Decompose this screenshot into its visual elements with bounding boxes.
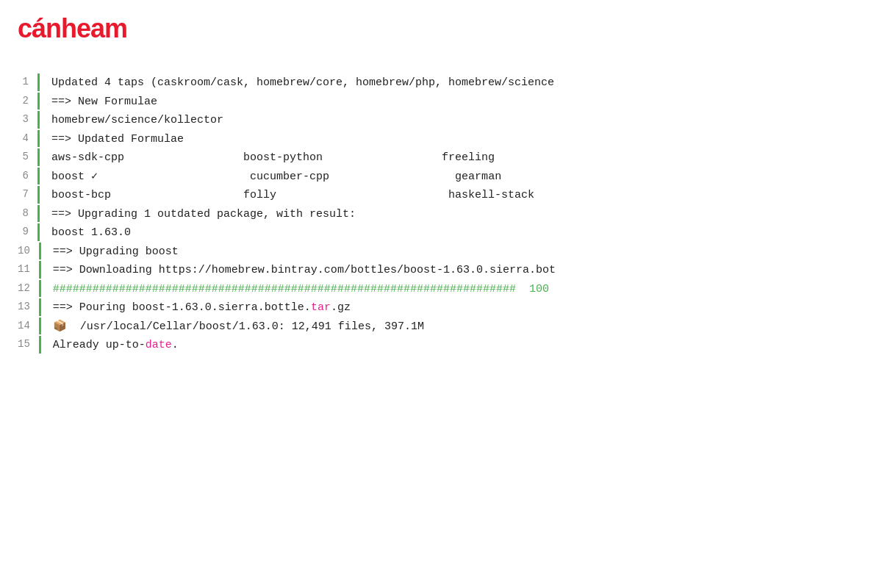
code-line-6: 6 boost ✓ cucumber-cpp gearman [18,168,864,187]
code-line-5: 5 aws-sdk-cpp boost-python freeling [18,148,864,168]
code-line-4: 4 ==> Updated Formulae [18,130,864,149]
code-line-10: 10 ==> Upgrading boost [18,243,864,262]
line-number-4: 4 [18,130,40,148]
line-content-13: ==> Pouring boost-1.63.0.sierra.bottle.t… [53,298,351,318]
line-content-9: boost 1.63.0 [51,223,131,243]
code-line-1: 1 Updated 4 taps (caskroom/cask, homebre… [18,74,864,93]
line-number-11: 11 [18,261,41,279]
code-line-13: 13 ==> Pouring boost-1.63.0.sierra.bottl… [18,298,864,318]
code-line-9: 9 boost 1.63.0 [18,223,864,243]
code-line-14: 14 📦 /usr/local/Cellar/boost/1.63.0: 12,… [18,318,864,337]
brand-logo: cánheam [18,13,864,44]
logo-text: cánheam [18,13,127,43]
line-number-7: 7 [18,186,40,204]
line-content-15: Already up-to-date. [53,336,179,355]
code-line-11: 11 ==> Downloading https://homebrew.bint… [18,261,864,280]
line-content-2: ==> New Formulae [51,93,157,112]
code-line-8: 8 ==> Upgrading 1 outdated package, with… [18,205,864,224]
line-content-5: aws-sdk-cpp boost-python freeling [51,148,495,168]
line-number-15: 15 [18,336,41,354]
line-content-8: ==> Upgrading 1 outdated package, with r… [51,205,356,224]
line-number-9: 9 [18,223,40,241]
line-number-8: 8 [18,205,40,223]
line-content-11: ==> Downloading https://homebrew.bintray… [53,261,556,280]
line-number-12: 12 [18,280,41,298]
line-content-7: boost-bcp folly haskell-stack [51,186,534,205]
line-content-4: ==> Updated Formulae [51,130,184,149]
terminal-output: 1 Updated 4 taps (caskroom/cask, homebre… [18,74,864,355]
code-line-2: 2 ==> New Formulae [18,93,864,112]
logo-area: cánheam [0,0,882,51]
code-line-3: 3 homebrew/science/kollector [18,111,864,130]
code-line-7: 7 boost-bcp folly haskell-stack [18,186,864,205]
code-line-12: 12 #####################################… [18,280,864,299]
line-number-13: 13 [18,298,41,316]
line-number-6: 6 [18,168,40,185]
code-block: 1 Updated 4 taps (caskroom/cask, homebre… [18,74,864,355]
line-number-3: 3 [18,111,40,129]
line-content-12: ########################################… [53,280,549,299]
line-content-14: 📦 /usr/local/Cellar/boost/1.63.0: 12,491… [53,318,424,337]
line-content-6: boost ✓ cucumber-cpp gearman [51,168,501,187]
line-number-1: 1 [18,74,40,91]
code-line-15: 15 Already up-to-date. [18,336,864,355]
line-number-10: 10 [18,243,41,260]
line-content-10: ==> Upgrading boost [53,243,179,262]
line-number-5: 5 [18,148,40,166]
line-number-14: 14 [18,318,41,335]
line-content-3: homebrew/science/kollector [51,111,223,130]
line-number-2: 2 [18,93,40,110]
line-content-1: Updated 4 taps (caskroom/cask, homebrew/… [51,74,554,93]
